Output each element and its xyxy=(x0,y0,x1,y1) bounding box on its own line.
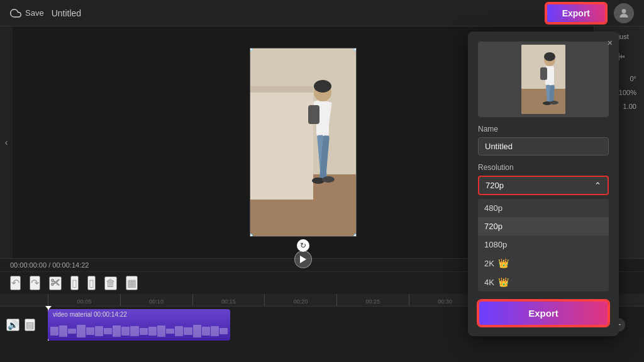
resolution-option-4k[interactable]: 4K 👑 xyxy=(478,273,609,291)
export-panel: × Name Resolution 720p ⌃ xyxy=(468,31,619,336)
export-button-top[interactable]: Export xyxy=(546,3,606,23)
waveform-bar xyxy=(211,326,219,337)
waveform-bar xyxy=(219,328,228,334)
name-input[interactable] xyxy=(478,137,609,156)
thumb-person xyxy=(521,45,565,114)
svg-rect-29 xyxy=(540,67,547,80)
waveform-bar xyxy=(121,327,130,335)
waveform-bar xyxy=(68,329,76,334)
export-button-panel[interactable]: Export xyxy=(478,300,609,326)
rotation-value: 0° xyxy=(630,75,636,82)
tick-1: 00:05 xyxy=(48,294,120,306)
avatar[interactable] xyxy=(614,3,634,23)
topbar-right: Export xyxy=(546,3,634,23)
handle-top-right[interactable] xyxy=(353,48,357,51)
svg-point-0 xyxy=(622,9,626,13)
track-controls: 🔊 ▤ xyxy=(0,309,48,341)
sidebar-toggle[interactable]: ‹ xyxy=(0,26,13,258)
cloud-icon xyxy=(10,8,21,19)
handle-bottom-left[interactable] xyxy=(250,234,253,237)
premium-icon-2k: 👑 xyxy=(498,258,509,268)
waveform-bar xyxy=(193,325,201,337)
undo-button[interactable]: ↶ xyxy=(10,276,21,290)
scale-value: 1.00 xyxy=(623,103,636,110)
svg-point-14 xyxy=(314,80,331,93)
resolution-selector[interactable]: 720p ⌃ xyxy=(478,176,609,195)
redo-button[interactable]: ↷ xyxy=(30,276,40,290)
tick-2: 00:10 xyxy=(120,294,192,306)
option-720p-label: 720p xyxy=(484,222,502,231)
waveform-bar xyxy=(202,327,210,335)
clip-label: video material 00:00:14:22 xyxy=(53,311,127,318)
waveform-bar xyxy=(175,326,183,336)
video-clip[interactable]: video material 00:00:14:22 xyxy=(48,309,230,341)
cut-button[interactable]: ✀ xyxy=(49,276,62,290)
option-4k-label: 4K xyxy=(484,278,494,287)
person-silhouette xyxy=(250,48,356,236)
delete-button[interactable]: 🗑 xyxy=(104,276,117,290)
option-1080p-label: 1080p xyxy=(484,240,507,249)
waveform-bar xyxy=(184,327,192,335)
name-label: Name xyxy=(478,125,609,133)
thumb-image xyxy=(521,45,565,114)
waveform-bar xyxy=(130,326,138,337)
tick-3: 00:15 xyxy=(192,294,265,306)
mute-button[interactable]: 🔊 xyxy=(6,319,19,331)
resolution-option-2k[interactable]: 2K 👑 xyxy=(478,254,609,273)
video-frame xyxy=(250,48,357,237)
tick-4: 00:20 xyxy=(264,294,336,306)
resolution-option-720p[interactable]: 720p xyxy=(478,217,609,235)
waveform-bar xyxy=(140,328,148,335)
svg-point-12 xyxy=(322,176,335,183)
resolution-option-1080p[interactable]: 1080p xyxy=(478,235,609,254)
chevron-left-icon: ‹ xyxy=(5,137,8,147)
resolution-dropdown: 480p 720p 1080p 2K 👑 4K 👑 xyxy=(478,199,609,291)
waveform-bar xyxy=(77,325,85,337)
selected-resolution: 720p xyxy=(486,181,504,190)
copy-button[interactable]: ▯ xyxy=(70,276,79,290)
dropdown-arrow-icon: ⌃ xyxy=(594,181,601,190)
user-icon xyxy=(618,7,630,20)
waveform-bar xyxy=(157,325,165,337)
waveform-bar xyxy=(50,327,58,335)
save-button[interactable]: Save xyxy=(10,8,44,19)
clip-waveform xyxy=(50,324,228,338)
play-button[interactable] xyxy=(294,251,312,268)
save-label: Save xyxy=(25,8,44,18)
waveform-bar xyxy=(95,326,103,336)
video-preview: ↻ xyxy=(250,48,357,237)
waveform-bar xyxy=(113,325,121,337)
svg-rect-4 xyxy=(250,86,313,93)
resolution-label: Resolution xyxy=(478,163,609,172)
svg-marker-15 xyxy=(300,256,306,263)
close-button[interactable]: × xyxy=(608,38,613,48)
waveform-bar xyxy=(86,327,94,335)
resolution-option-480p[interactable]: 480p xyxy=(478,199,609,217)
svg-rect-13 xyxy=(308,105,319,124)
handle-bottom-right[interactable] xyxy=(353,234,357,237)
current-time: 00:00:00:00 xyxy=(10,261,47,269)
svg-point-30 xyxy=(544,52,555,61)
play-icon xyxy=(300,256,306,263)
waveform-bar xyxy=(59,325,67,337)
zoom-value: 100% xyxy=(619,89,636,96)
more-button[interactable]: ▦ xyxy=(126,276,138,290)
lock-button[interactable]: ▤ xyxy=(25,319,35,331)
panel-thumbnail xyxy=(478,42,609,117)
rotate-handle[interactable]: ↻ xyxy=(297,239,309,252)
duplicate-button[interactable]: ▯ xyxy=(87,276,96,290)
svg-rect-3 xyxy=(250,86,313,200)
topbar-left: Save Untitled xyxy=(10,8,81,19)
waveform-bar xyxy=(148,327,157,336)
total-time: 00:00:14:22 xyxy=(52,261,89,269)
ruler-end xyxy=(625,294,644,306)
option-2k-label: 2K xyxy=(484,259,494,268)
waveform-bar xyxy=(166,329,174,334)
option-480p-label: 480p xyxy=(484,203,502,213)
svg-rect-22 xyxy=(521,89,565,114)
premium-icon-4k: 👑 xyxy=(498,277,509,287)
svg-point-28 xyxy=(550,101,558,105)
project-title: Untitled xyxy=(52,8,81,18)
tick-5: 00:25 xyxy=(336,294,409,306)
ruler-spacer xyxy=(0,294,48,306)
